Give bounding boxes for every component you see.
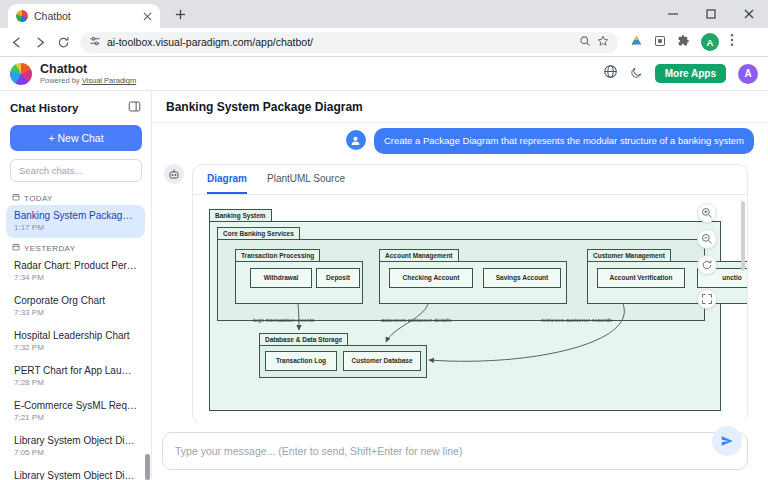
sidebar-scrollbar-thumb[interactable] (145, 454, 150, 480)
sidebar-title: Chat History (10, 102, 78, 114)
chat-item-time: 1:17 PM (14, 223, 137, 232)
extensions-puzzle-icon[interactable] (677, 33, 690, 51)
assistant-avatar (164, 164, 184, 184)
chat-item-library-object-1[interactable]: Library System Object Diagr... 7:05 PM (6, 430, 145, 463)
section-today: TODAY (0, 190, 151, 205)
user-message-row: Create a Package Diagram that represents… (164, 128, 754, 154)
refresh-icon[interactable] (57, 36, 70, 49)
calendar-icon (12, 193, 20, 203)
visual-paradigm-link[interactable]: Visual Paradigm (82, 76, 136, 85)
collapse-sidebar-icon[interactable] (128, 99, 141, 117)
extension-box-icon[interactable] (654, 33, 666, 51)
chat-item-time: 7:33 PM (14, 308, 137, 317)
site-info-icon[interactable] (89, 33, 101, 51)
robot-icon (168, 168, 180, 180)
address-bar[interactable]: ai-toolbox.visual-paradigm.com/app/chatb… (80, 32, 618, 53)
pkg-database-storage: Database & Data Storage (259, 333, 348, 346)
tab-plantuml-source[interactable]: PlantUML Source (267, 165, 345, 194)
chat-item-ecommerce-sysml[interactable]: E-Commerce SysML Require... 7:21 PM (6, 395, 145, 428)
message-input[interactable] (175, 445, 703, 457)
browser-window: Chatbot ai-toolbox.visual-par (0, 0, 768, 480)
forward-icon[interactable] (33, 35, 48, 50)
sidebar-header: Chat History (0, 91, 151, 122)
pkg-transaction-processing: Transaction Processing (235, 249, 320, 262)
user-avatar[interactable]: A (738, 64, 758, 84)
chat-item-title: E-Commerce SysML Require... (14, 400, 137, 411)
zoom-indicator-icon[interactable] (579, 33, 591, 51)
chat-item-title: Hospital Leadership Chart (14, 330, 137, 341)
powered-prefix: Powered by (40, 76, 80, 85)
edge-label-logs: logs transaction events (253, 317, 314, 323)
chat-item-title: Banking System Package Dia... (14, 210, 137, 221)
page-title: Banking System Package Diagram (152, 91, 768, 123)
send-button[interactable] (712, 426, 742, 456)
chat-item-banking-package[interactable]: Banking System Package Dia... 1:17 PM (6, 205, 145, 238)
language-globe-icon[interactable] (603, 64, 618, 83)
dark-mode-moon-icon[interactable] (630, 65, 643, 83)
diagram-zoom-controls (697, 203, 717, 309)
app-title-block: Chatbot Powered by Visual Paradigm (40, 62, 136, 85)
section-label: YESTERDAY (24, 244, 75, 253)
powered-by: Powered by Visual Paradigm (40, 76, 136, 85)
browser-tab-title: Chatbot (34, 10, 137, 22)
chat-item-title: PERT Chart for App Launch (14, 365, 137, 376)
extension-colorful-icon[interactable] (630, 33, 643, 51)
tab-diagram[interactable]: Diagram (207, 165, 247, 194)
chat-item-pert-chart[interactable]: PERT Chart for App Launch 7:28 PM (6, 360, 145, 393)
browser-navbar: ai-toolbox.visual-paradigm.com/app/chatb… (0, 28, 768, 57)
new-tab-icon[interactable] (172, 6, 188, 22)
section-yesterday: YESTERDAY (0, 240, 151, 255)
app-title: Chatbot (40, 62, 136, 76)
user-message-bubble: Create a Package Diagram that represents… (374, 128, 754, 154)
close-icon[interactable] (730, 0, 768, 28)
main-panel: Banking System Package Diagram Create a … (152, 91, 768, 480)
fullscreen-icon[interactable] (697, 289, 717, 309)
browser-menu-icon[interactable] (730, 33, 734, 51)
chat-item-corporate-org[interactable]: Corporate Org Chart 7:33 PM (6, 290, 145, 323)
tab-close-icon[interactable] (143, 7, 152, 25)
zoom-in-icon[interactable] (697, 203, 717, 223)
section-label: TODAY (24, 194, 53, 203)
edge-label-accesses: accesses customer details (381, 317, 451, 323)
pkg-core-banking: Core Banking Services (217, 227, 300, 240)
new-chat-button[interactable]: + New Chat (10, 125, 142, 151)
user-message-avatar (346, 130, 366, 150)
chat-item-time: 7:21 PM (14, 413, 137, 422)
browser-tab[interactable]: Chatbot (8, 4, 160, 28)
chat-item-time: 7:05 PM (14, 448, 137, 457)
minimize-icon[interactable] (654, 0, 692, 28)
chat-item-time: 7:34 PM (14, 273, 137, 282)
bookmark-star-icon[interactable] (597, 33, 609, 51)
pkg-account-management: Account Management (379, 249, 459, 262)
chat-item-title: Corporate Org Chart (14, 295, 137, 306)
search-chats-input[interactable] (10, 159, 142, 182)
chat-item-radar-chart[interactable]: Radar Chart: Product Perfor... 7:34 PM (6, 255, 145, 288)
url-text[interactable]: ai-toolbox.visual-paradigm.com/app/chatb… (107, 36, 573, 48)
reset-view-icon[interactable] (697, 255, 717, 275)
window-controls (654, 0, 768, 28)
chat-item-hospital-leadership[interactable]: Hospital Leadership Chart 7:32 PM (6, 325, 145, 358)
pkg-customer-management: Customer Management (587, 249, 671, 262)
response-tabs: Diagram PlantUML Source (193, 165, 747, 195)
header-actions: More Apps A (603, 64, 758, 84)
browser-tabstrip: Chatbot (0, 0, 768, 28)
browser-profile-avatar[interactable]: A (701, 33, 719, 51)
maximize-icon[interactable] (692, 0, 730, 28)
more-apps-button[interactable]: More Apps (655, 64, 726, 83)
card-scrollbar-thumb[interactable] (741, 201, 745, 271)
chat-item-time: 7:32 PM (14, 343, 137, 352)
zoom-out-icon[interactable] (697, 229, 717, 249)
favicon (16, 10, 28, 22)
navbar-actions: A (630, 33, 734, 51)
diagram-viewport[interactable]: Banking System Core Banking Services Tra… (193, 195, 747, 422)
message-input-bar (162, 432, 748, 470)
assistant-message-row: Diagram PlantUML Source Banking System C… (164, 164, 754, 422)
edge-label-retrieves: retrieves customer records (541, 317, 612, 323)
chat-item-title: Library System Object Diagr... (14, 435, 137, 446)
chat-item-title: Radar Chart: Product Perfor... (14, 260, 137, 271)
chat-item-time: 7:28 PM (14, 378, 137, 387)
back-icon[interactable] (9, 35, 24, 50)
app-header: Chatbot Powered by Visual Paradigm More … (0, 57, 768, 91)
chat-item-library-object-2[interactable]: Library System Object Diagr... (6, 465, 145, 480)
chat-item-title: Library System Object Diagr... (14, 470, 137, 480)
